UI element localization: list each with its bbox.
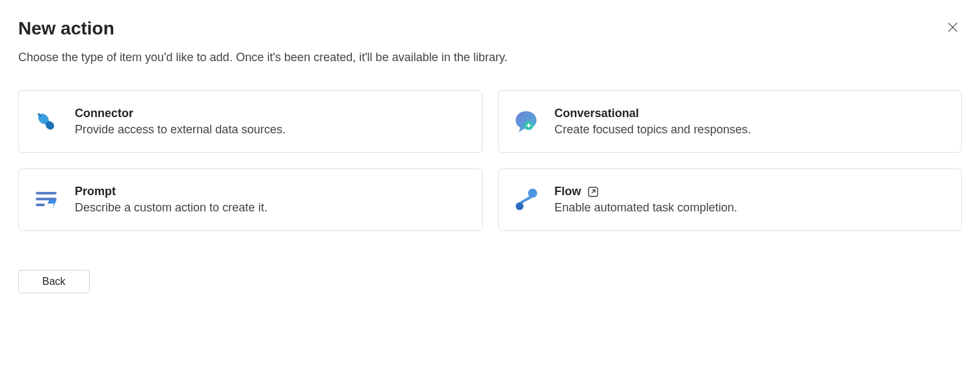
back-button[interactable]: Back bbox=[18, 270, 90, 293]
prompt-icon bbox=[33, 187, 59, 213]
svg-point-11 bbox=[528, 189, 537, 198]
card-title: Flow bbox=[555, 185, 581, 198]
card-title: Conversational bbox=[555, 107, 947, 120]
page-title: New action bbox=[18, 18, 114, 39]
svg-rect-8 bbox=[36, 192, 57, 194]
card-conversational[interactable]: Conversational Create focused topics and… bbox=[498, 90, 962, 153]
card-title: Connector bbox=[75, 107, 468, 120]
flow-icon bbox=[513, 187, 539, 213]
svg-point-12 bbox=[516, 202, 523, 210]
external-link-icon bbox=[587, 185, 600, 198]
action-cards-grid: Connector Provide access to external dat… bbox=[18, 90, 962, 231]
card-flow[interactable]: Flow Enable automated task completion. bbox=[498, 168, 962, 231]
card-desc: Create focused topics and responses. bbox=[555, 123, 947, 137]
card-connector[interactable]: Connector Provide access to external dat… bbox=[18, 90, 483, 153]
conversational-icon bbox=[513, 109, 539, 135]
svg-rect-10 bbox=[36, 204, 45, 206]
card-desc: Enable automated task completion. bbox=[555, 201, 947, 215]
card-desc: Provide access to external data sources. bbox=[75, 123, 468, 137]
card-title: Prompt bbox=[75, 185, 468, 198]
page-subtitle: Choose the type of item you'd like to ad… bbox=[18, 51, 962, 64]
card-prompt[interactable]: Prompt Describe a custom action to creat… bbox=[18, 168, 483, 231]
close-button[interactable] bbox=[944, 18, 962, 38]
connector-icon bbox=[33, 109, 59, 135]
close-icon bbox=[946, 21, 959, 36]
card-desc: Describe a custom action to create it. bbox=[75, 201, 468, 215]
